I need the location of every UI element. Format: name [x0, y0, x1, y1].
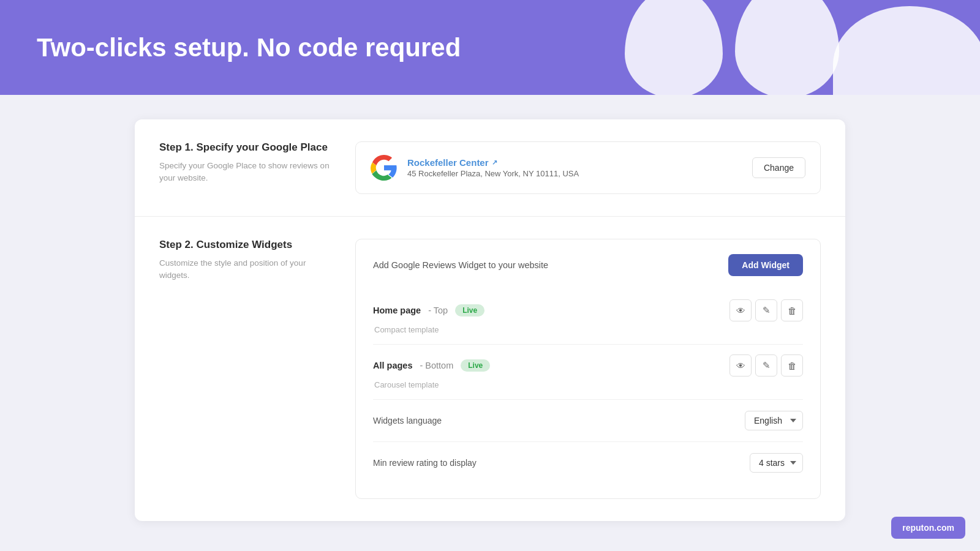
step1-right: Rockefeller Center ↗ 45 Rockefeller Plaz… — [355, 141, 821, 194]
widget-panel: Add Google Reviews Widget to your websit… — [356, 239, 820, 498]
language-select[interactable]: English Spanish French German — [745, 411, 803, 430]
setup-card: Step 1. Specify your Google Place Specif… — [135, 119, 845, 521]
step1-title: Step 1. Specify your Google Place — [159, 141, 331, 154]
language-settings-row: Widgets language English Spanish French … — [373, 400, 803, 442]
rating-label: Min review rating to display — [373, 458, 477, 468]
step2-title: Step 2. Customize Widgets — [159, 239, 331, 251]
step2-description: Customize the style and position of your… — [159, 257, 331, 282]
step1-left: Step 1. Specify your Google Place Specif… — [159, 141, 331, 194]
change-button[interactable]: Change — [752, 157, 805, 178]
widget-1-delete-button[interactable]: 🗑 — [781, 299, 803, 321]
google-logo-icon — [371, 154, 398, 181]
place-info: Rockefeller Center ↗ 45 Rockefeller Plaz… — [407, 157, 742, 178]
widget-1-name: Home page — [373, 305, 421, 315]
eye-icon: 👁 — [736, 305, 745, 316]
widget-header-text: Add Google Reviews Widget to your websit… — [373, 260, 548, 270]
rating-settings-row: Min review rating to display 1 star 2 st… — [373, 442, 803, 484]
step2-section: Step 2. Customize Widgets Customize the … — [135, 216, 845, 521]
widget-header: Add Google Reviews Widget to your websit… — [373, 254, 803, 276]
header-blob-1 — [625, 0, 723, 95]
step1-section: Step 1. Specify your Google Place Specif… — [135, 119, 845, 216]
widget-2-status: Live — [461, 359, 490, 372]
place-address: 45 Rockefeller Plaza, New York, NY 10111… — [407, 169, 742, 178]
widget-2-delete-button[interactable]: 🗑 — [781, 354, 803, 377]
widget-2-name: All pages — [373, 361, 412, 370]
reputon-badge: reputon.com — [891, 517, 965, 539]
widget-2-template: Carousel template — [373, 380, 803, 389]
main-content: Step 1. Specify your Google Place Specif… — [0, 95, 980, 545]
language-label: Widgets language — [373, 416, 442, 425]
eye-icon: 👁 — [736, 361, 745, 371]
widget-2-position: - Bottom — [420, 361, 453, 370]
widget-row-1: Home page - Top Live 👁 ✎ — [373, 290, 803, 345]
widget-1-position: - Top — [428, 305, 448, 315]
widget-1-actions: 👁 ✎ 🗑 — [729, 299, 803, 321]
widget-row-1-header: Home page - Top Live 👁 ✎ — [373, 299, 803, 321]
step2-left: Step 2. Customize Widgets Customize the … — [159, 239, 331, 282]
widget-row-2-header: All pages - Bottom Live 👁 ✎ — [373, 354, 803, 377]
widget-1-template: Compact template — [373, 325, 803, 334]
rating-select[interactable]: 1 star 2 stars 3 stars 4 stars 5 stars — [750, 453, 803, 473]
header-title: Two-clicks setup. No code requred — [37, 33, 461, 62]
header: Two-clicks setup. No code requred — [0, 0, 980, 95]
trash-icon: 🗑 — [788, 305, 797, 316]
edit-icon: ✎ — [763, 305, 771, 316]
widget-1-preview-button[interactable]: 👁 — [729, 299, 752, 321]
widget-2-actions: 👁 ✎ 🗑 — [729, 354, 803, 377]
edit-icon: ✎ — [763, 360, 771, 371]
trash-icon: 🗑 — [788, 361, 797, 371]
widget-2-edit-button[interactable]: ✎ — [755, 354, 777, 377]
widget-2-preview-button[interactable]: 👁 — [729, 354, 752, 377]
add-widget-button[interactable]: Add Widget — [728, 254, 803, 276]
widget-1-edit-button[interactable]: ✎ — [755, 299, 777, 321]
widget-row-2: All pages - Bottom Live 👁 ✎ — [373, 345, 803, 400]
external-link-icon: ↗ — [492, 159, 497, 167]
widget-1-status: Live — [455, 304, 484, 317]
step1-description: Specify your Google Place to show review… — [159, 160, 331, 185]
place-card: Rockefeller Center ↗ 45 Rockefeller Plaz… — [356, 142, 820, 193]
place-name: Rockefeller Center ↗ — [407, 157, 742, 168]
step2-right: Add Google Reviews Widget to your websit… — [355, 239, 821, 499]
header-blob-3 — [833, 6, 980, 95]
header-blob-2 — [735, 0, 839, 95]
